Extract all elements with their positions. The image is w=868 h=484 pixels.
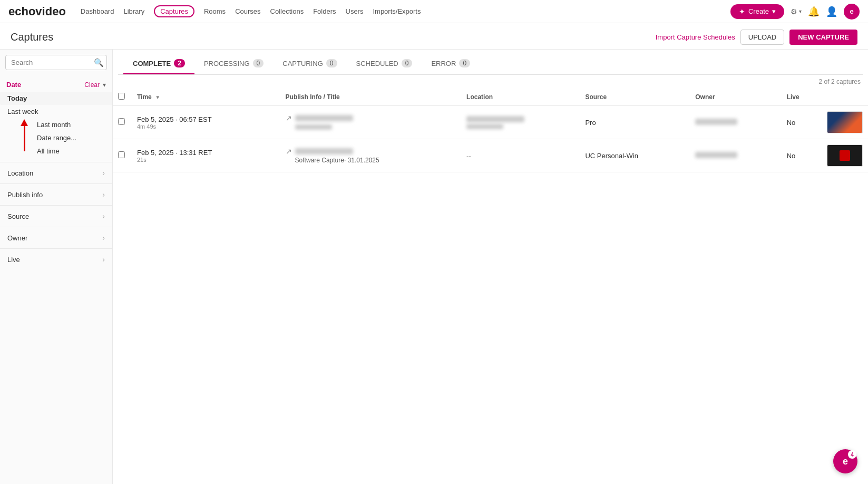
nav-folders[interactable]: Folders bbox=[313, 7, 336, 15]
date-filter-label: Date bbox=[6, 81, 21, 89]
table-row: Feb 5, 2025 · 13:31 RET 21s ↗ Software C… bbox=[113, 139, 868, 172]
col-thumbnail bbox=[822, 89, 868, 106]
source-filter-label: Source bbox=[7, 212, 29, 220]
owner-filter-chevron-icon: › bbox=[102, 234, 105, 242]
row-2-publish: ↗ Software Capture· 31.01.2025 bbox=[280, 139, 462, 172]
col-time[interactable]: Time ▼ bbox=[132, 89, 280, 106]
nav-courses[interactable]: Courses bbox=[235, 7, 260, 15]
logo-echo: echo bbox=[8, 5, 35, 18]
page-actions: Import Capture Schedules UPLOAD NEW CAPT… bbox=[656, 30, 857, 45]
logo[interactable]: echovideo bbox=[8, 5, 66, 18]
import-capture-schedules-link[interactable]: Import Capture Schedules bbox=[656, 33, 735, 41]
share-icon-2: ↗ bbox=[286, 147, 292, 156]
nav-links: Dashboard Library Captures Rooms Courses… bbox=[81, 5, 421, 17]
date-option-all-time[interactable]: All time bbox=[30, 144, 112, 158]
clear-date-filter-link[interactable]: Clear bbox=[84, 81, 100, 89]
search-icon-button[interactable]: 🔍 bbox=[94, 58, 104, 67]
row-2-publish-title-blurred bbox=[295, 148, 353, 154]
red-arrow-up-head bbox=[21, 119, 28, 126]
tab-complete-label: COMPLETE bbox=[133, 60, 171, 67]
content-area: COMPLETE 2 PROCESSING 0 CAPTURING 0 SCHE… bbox=[113, 50, 868, 484]
create-spark-icon: ✦ bbox=[739, 7, 745, 16]
nav-library[interactable]: Library bbox=[123, 7, 144, 15]
row-2-time-sub: 21s bbox=[137, 157, 275, 163]
date-option-date-range[interactable]: Date range... bbox=[30, 131, 112, 144]
date-filter-chevron-icon[interactable]: ▾ bbox=[103, 81, 106, 89]
row-2-thumbnail-inner bbox=[840, 150, 850, 161]
nav-dashboard[interactable]: Dashboard bbox=[81, 7, 114, 15]
date-filter-header: Date Clear ▾ bbox=[0, 76, 112, 91]
main-layout: 🔍 Date Clear ▾ Today Last week bbox=[0, 50, 868, 484]
search-icon: 🔍 bbox=[94, 58, 104, 67]
tab-complete[interactable]: COMPLETE 2 bbox=[123, 54, 194, 74]
location-filter-row[interactable]: Location › bbox=[0, 162, 112, 183]
date-option-last-week[interactable]: Last week bbox=[0, 105, 112, 118]
row-1-source: Pro bbox=[580, 106, 690, 139]
nav-users[interactable]: Users bbox=[346, 7, 364, 15]
create-chevron-icon: ▾ bbox=[772, 7, 776, 15]
row-2-source: UC Personal-Win bbox=[580, 139, 690, 172]
tab-scheduled[interactable]: SCHEDULED 0 bbox=[347, 54, 422, 74]
user-profile-icon[interactable]: 👤 bbox=[826, 6, 837, 17]
row-2-checkbox[interactable] bbox=[118, 151, 125, 158]
live-filter-row[interactable]: Live › bbox=[0, 248, 112, 270]
row-1-location-blurred-2 bbox=[466, 124, 503, 129]
nav-collections[interactable]: Collections bbox=[270, 7, 304, 15]
date-option-today[interactable]: Today bbox=[0, 92, 112, 105]
table-row: Feb 5, 2025 · 06:57 EST 4m 49s ↗ bbox=[113, 106, 868, 139]
owner-filter-row[interactable]: Owner › bbox=[0, 227, 112, 248]
tab-error[interactable]: ERROR 0 bbox=[422, 54, 480, 74]
nav-rooms[interactable]: Rooms bbox=[204, 7, 226, 15]
share-icon: ↗ bbox=[286, 114, 292, 122]
create-button[interactable]: ✦ Create ▾ bbox=[730, 4, 784, 19]
row-2-thumbnail[interactable] bbox=[822, 139, 868, 172]
date-option-last-month[interactable]: Last month bbox=[30, 118, 112, 131]
select-all-checkbox[interactable] bbox=[118, 93, 125, 100]
gear-dropdown-icon: ▾ bbox=[799, 8, 802, 14]
red-arrow-up-line bbox=[24, 126, 25, 151]
row-2-time-main: Feb 5, 2025 · 13:31 RET bbox=[137, 149, 275, 157]
date-filter-controls: Clear ▾ bbox=[84, 81, 106, 89]
source-filter-row[interactable]: Source › bbox=[0, 205, 112, 227]
row-1-publish: ↗ bbox=[280, 106, 462, 139]
row-2-time: Feb 5, 2025 · 13:31 RET 21s bbox=[132, 139, 280, 172]
col-source: Source bbox=[580, 89, 690, 106]
tab-processing[interactable]: PROCESSING 0 bbox=[194, 54, 273, 74]
tab-capturing-label: CAPTURING bbox=[282, 60, 323, 67]
col-live: Live bbox=[782, 89, 822, 106]
settings-gear[interactable]: ⚙ ▾ bbox=[791, 7, 802, 16]
row-1-owner bbox=[690, 106, 781, 139]
row-1-publish-sub-blurred bbox=[295, 124, 332, 130]
upload-button[interactable]: UPLOAD bbox=[740, 30, 784, 45]
nav-imports-exports[interactable]: Imports/Exports bbox=[373, 7, 421, 15]
search-box: 🔍 bbox=[5, 55, 107, 70]
row-2-location: -- bbox=[461, 139, 580, 172]
new-capture-button[interactable]: NEW CAPTURE bbox=[789, 30, 857, 45]
captures-table: Time ▼ Publish Info / Title Location Sou… bbox=[113, 89, 868, 172]
echo-support-badge[interactable]: e 4 bbox=[833, 449, 857, 473]
status-tabs: COMPLETE 2 PROCESSING 0 CAPTURING 0 SCHE… bbox=[118, 54, 863, 75]
row-2-location-value: -- bbox=[466, 152, 471, 160]
row-1-checkbox[interactable] bbox=[118, 118, 125, 125]
location-filter-chevron-icon: › bbox=[102, 169, 105, 177]
nav-captures[interactable]: Captures bbox=[154, 5, 194, 17]
echo-avatar[interactable]: e bbox=[844, 4, 860, 20]
search-input[interactable] bbox=[5, 55, 107, 70]
publish-info-filter-row[interactable]: Publish info › bbox=[0, 183, 112, 205]
logo-video: video bbox=[35, 5, 65, 18]
captures-count: 2 of 2 captures bbox=[113, 75, 868, 86]
tab-processing-label: PROCESSING bbox=[204, 60, 250, 67]
row-1-thumbnail[interactable] bbox=[822, 106, 868, 139]
nav-right: ✦ Create ▾ ⚙ ▾ 🔔 👤 e bbox=[730, 4, 860, 20]
notifications-bell-icon[interactable]: 🔔 bbox=[808, 6, 820, 17]
tab-error-count: 0 bbox=[459, 59, 470, 67]
row-1-location-blurred-1 bbox=[466, 116, 524, 122]
echo-badge-icon: e bbox=[843, 456, 848, 467]
time-sort-icon: ▼ bbox=[155, 94, 160, 100]
row-1-owner-blurred bbox=[695, 119, 737, 125]
owner-filter-label: Owner bbox=[7, 234, 27, 242]
tab-capturing[interactable]: CAPTURING 0 bbox=[273, 54, 346, 74]
publish-info-filter-chevron-icon: › bbox=[102, 190, 105, 199]
col-location: Location bbox=[461, 89, 580, 106]
row-2-owner-blurred bbox=[695, 152, 737, 158]
